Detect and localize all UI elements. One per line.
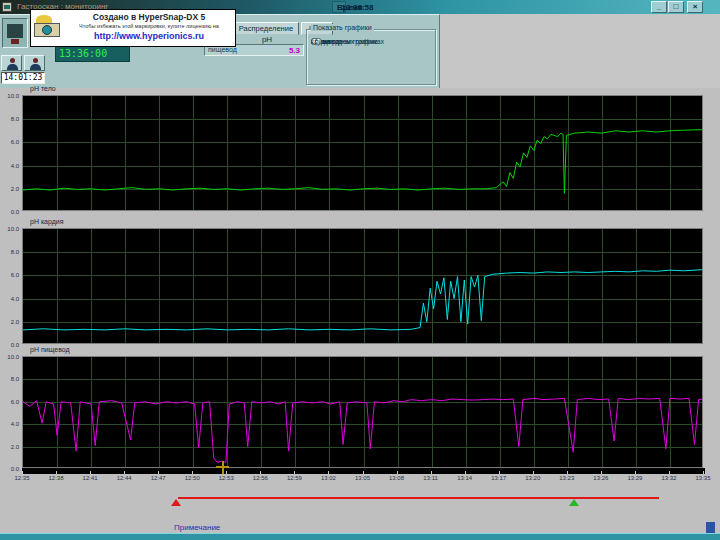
doctor-button[interactable] [24,55,45,71]
y-axis-label: 8.0 [0,116,19,122]
y-axis-label: 8.0 [0,249,19,255]
x-axis-label: 12:38 [39,475,73,481]
bottom-bar [0,533,720,540]
current-time-display: Время 13:36:58 [332,1,346,13]
x-axis-label: 12:47 [141,475,175,481]
range-start-marker[interactable] [171,499,181,506]
axis-tick [499,471,500,474]
axis-tick [260,471,261,474]
chart-title-1: pH тело [30,85,56,92]
y-axis-label: 4.0 [0,163,19,169]
y-axis-label: 10.0 [0,226,19,232]
axis-tick [56,471,57,474]
corner-accent [706,522,715,533]
axis-tick [124,471,125,474]
watermark-link[interactable]: http://www.hyperionics.ru [63,31,235,41]
crosshair-cursor [216,466,229,468]
person-icon [10,58,15,63]
chart-title-2: pH кардия [30,218,64,225]
axis-tick [90,471,91,474]
review-range-line [178,497,659,499]
axis-tick [567,471,568,474]
y-axis-label: 6.0 [0,399,19,405]
axis-tick [635,471,636,474]
chart-plot-1[interactable] [22,95,703,211]
app-icon [2,2,12,12]
range-end-marker[interactable] [569,499,579,506]
y-axis-label: 0.0 [0,342,19,348]
note-button[interactable]: Примечание [174,523,220,532]
axis-tick [601,471,602,474]
y-axis-label: 0.0 [0,466,19,472]
app-window: Гастроскан : мониторинг Время 13:36:58 _… [0,0,720,540]
axis-tick [226,471,227,474]
x-axis-label: 12:44 [107,475,141,481]
chart-plot-2[interactable] [22,228,703,344]
watermark-title: Создано в HyperSnap-DX 5 [63,12,235,22]
minimize-button[interactable]: _ [651,1,667,13]
y-axis-label: 6.0 [0,272,19,278]
y-axis-label: 2.0 [0,186,19,192]
x-axis-label: 13:23 [550,475,584,481]
ph-row-label: пищевод [208,46,237,53]
watermark-text: Чтобы избежать этой маркировки, купите л… [61,23,237,29]
x-axis-label: 13:32 [652,475,686,481]
time-value: 13:36:58 [341,3,373,12]
axis-tick [397,471,398,474]
axis-tick [533,471,534,474]
show-graphs-title: Показать графики [311,24,374,31]
y-axis-label: 10.0 [0,354,19,360]
x-axis-label: 13:17 [482,475,516,481]
patient-button[interactable] [1,55,22,71]
y-axis-label: 0.0 [0,209,19,215]
camera-icon [34,15,60,41]
axis-tick [328,471,329,474]
x-axis-label: 12:50 [175,475,209,481]
axis-tick [22,471,23,474]
y-axis-label: 4.0 [0,296,19,302]
x-axis-label: 13:11 [414,475,448,481]
chart-plot-3[interactable] [22,356,703,468]
person-icon [33,58,38,63]
radio-option-label: пищевод [315,38,342,45]
axis-tick [192,471,193,474]
x-axis-label: 13:35 [686,475,720,481]
axis-tick [294,471,295,474]
ph-row-value: 5.3 [289,46,300,55]
x-axis-label: 13:29 [618,475,652,481]
x-axis-label: 13:02 [311,475,345,481]
y-axis-label: 2.0 [0,319,19,325]
axis-tick [431,471,432,474]
show-graphs-groupbox: все на разных графикахвсе на одном графи… [306,29,436,85]
y-axis-label: 4.0 [0,421,19,427]
wall-clock: 14:01:23 [1,72,45,84]
lcd-time-display: 13:36:00 [55,46,130,62]
y-axis-label: 6.0 [0,139,19,145]
x-axis-label: 12:41 [73,475,107,481]
axis-tick [703,471,704,474]
x-axis-label: 12:59 [277,475,311,481]
close-button[interactable]: × [687,1,703,13]
x-axis-label: 13:08 [380,475,414,481]
y-axis-label: 10.0 [0,93,19,99]
x-axis-label: 12:35 [5,475,39,481]
axis-tick [465,471,466,474]
x-axis-label: 13:20 [516,475,550,481]
device-icon [2,18,28,48]
chart-title-3: pH пищевод [30,346,70,353]
x-axis-label: 13:05 [346,475,380,481]
tab-1[interactable]: Распределение [233,22,299,35]
watermark-popup: Создано в HyperSnap-DX 5 Чтобы избежать … [30,9,236,47]
x-axis-label: 12:53 [209,475,243,481]
x-axis-label: 13:14 [448,475,482,481]
y-axis-label: 8.0 [0,376,19,382]
axis-tick [158,471,159,474]
axis-tick [669,471,670,474]
maximize-button[interactable]: □ [668,1,684,13]
x-axis-label: 13:26 [584,475,618,481]
y-axis-label: 2.0 [0,444,19,450]
axis-tick [363,471,364,474]
x-axis-label: 12:56 [243,475,277,481]
